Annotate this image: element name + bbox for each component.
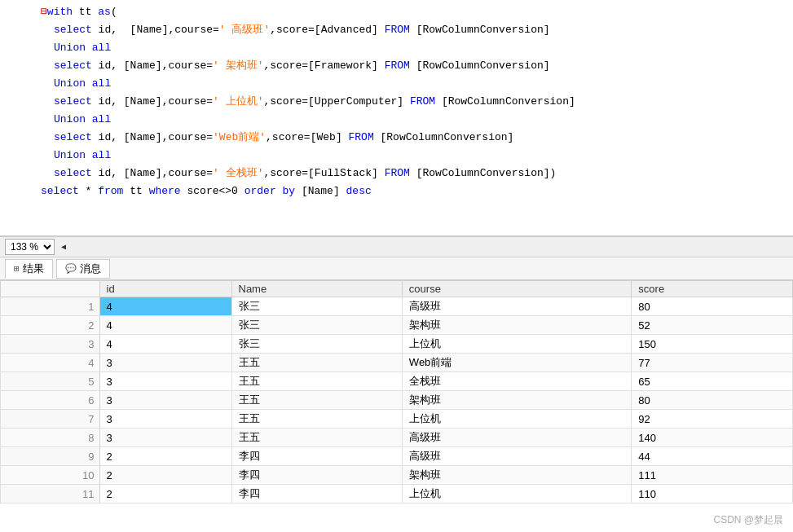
code-line-7: Union all xyxy=(0,111,793,129)
cell-name: 李四 xyxy=(231,466,402,485)
results-table: id Name course score 14张三高级班8024张三架构班523… xyxy=(0,280,793,503)
cell-rownum: 6 xyxy=(1,391,100,410)
results-area: id Name course score 14张三高级班8024张三架构班523… xyxy=(0,280,793,532)
cell-name: 张三 xyxy=(231,316,402,335)
tab-messages-label: 消息 xyxy=(80,262,101,276)
table-body: 14张三高级班8024张三架构班5234张三上位机15043王五Web前端775… xyxy=(1,297,793,503)
cell-name: 王五 xyxy=(231,410,402,429)
col-header-name: Name xyxy=(231,281,402,297)
table-row: 34张三上位机150 xyxy=(1,335,793,354)
col-header-rownum xyxy=(1,281,100,297)
cell-course: 高级班 xyxy=(402,447,631,466)
cell-course: 架构班 xyxy=(402,466,631,485)
cell-name: 张三 xyxy=(231,297,402,316)
line-content-8: select id, [Name],course='Web前端',score=[… xyxy=(33,129,793,147)
cell-score: 44 xyxy=(632,447,793,466)
line-content-6: select id, [Name],course=' 上位机',score=[U… xyxy=(33,93,793,111)
line-content-9: Union all xyxy=(33,147,793,165)
code-line-3: Union all xyxy=(0,39,793,57)
plain-tt: tt xyxy=(73,6,98,18)
cell-id: 3 xyxy=(99,429,231,447)
cell-name: 李四 xyxy=(231,485,402,503)
cell-rownum: 9 xyxy=(1,447,100,466)
table-row: 112李四上位机110 xyxy=(1,485,793,503)
bottom-section: ⊞ 结果 💬 消息 id Name course score xyxy=(0,257,793,532)
cell-id: 3 xyxy=(99,372,231,391)
cell-id: 4 xyxy=(99,297,231,316)
code-line-6: select id, [Name],course=' 上位机',score=[U… xyxy=(0,93,793,111)
cell-name: 王五 xyxy=(231,429,402,447)
indent-2 xyxy=(41,24,54,36)
table-row: 14张三高级班80 xyxy=(1,297,793,316)
cell-rownum: 11 xyxy=(1,485,100,503)
cell-rownum: 7 xyxy=(1,410,100,429)
cell-id: 3 xyxy=(99,391,231,410)
table-header-row: id Name course score xyxy=(1,281,793,297)
cell-score: 77 xyxy=(632,354,793,372)
cell-course: 上位机 xyxy=(402,485,631,503)
cell-id: 3 xyxy=(99,354,231,372)
col-header-score: score xyxy=(632,281,793,297)
cell-name: 王五 xyxy=(231,372,402,391)
cell-id: 2 xyxy=(99,466,231,485)
cell-rownum: 4 xyxy=(1,354,100,372)
code-line-9: Union all xyxy=(0,147,793,165)
cell-score: 80 xyxy=(632,297,793,316)
table-row: 43王五Web前端77 xyxy=(1,354,793,372)
code-line-1: ⊟with tt as( xyxy=(0,3,793,21)
cell-id: 4 xyxy=(99,316,231,335)
table-row: 63王五架构班80 xyxy=(1,391,793,410)
line-content-3: Union all xyxy=(33,39,793,57)
tab-messages[interactable]: 💬 消息 xyxy=(56,259,110,279)
kw-union-3: Union all xyxy=(54,42,111,54)
line-content-11: select * from tt where score<>0 order by… xyxy=(33,182,793,200)
tab-results-label: 结果 xyxy=(23,262,44,276)
cell-name: 王五 xyxy=(231,354,402,372)
cell-rownum: 3 xyxy=(1,335,100,354)
code-line-5: Union all xyxy=(0,75,793,93)
main-layout: ⊟with tt as( select id, [Name],course=' … xyxy=(0,0,793,532)
scroll-left-arrow[interactable]: ◀ xyxy=(61,242,66,252)
paren-open: ( xyxy=(111,6,117,18)
table-row: 53王五全栈班65 xyxy=(1,372,793,391)
cell-rownum: 5 xyxy=(1,372,100,391)
cell-course: 高级班 xyxy=(402,297,631,316)
cell-rownum: 1 xyxy=(1,297,100,316)
cell-name: 王五 xyxy=(231,391,402,410)
code-line-8: select id, [Name],course='Web前端',score=[… xyxy=(0,129,793,147)
cell-score: 140 xyxy=(632,429,793,447)
cell-id: 3 xyxy=(99,410,231,429)
cell-course: 上位机 xyxy=(402,410,631,429)
status-bar: 75 % 100 % 125 % 133 % 150 % 175 % 200 %… xyxy=(0,236,793,257)
cell-score: 92 xyxy=(632,410,793,429)
code-line-10: select id, [Name],course=' 全栈班',score=[F… xyxy=(0,165,793,182)
grid-icon: ⊞ xyxy=(14,263,20,274)
line-content-4: select id, [Name],course=' 架构班',score=[F… xyxy=(33,57,793,75)
cell-name: 李四 xyxy=(231,447,402,466)
cn-1: ' 高级班' xyxy=(219,24,270,36)
cell-score: 52 xyxy=(632,316,793,335)
code-editor: ⊟with tt as( select id, [Name],course=' … xyxy=(0,0,793,236)
cell-course: 高级班 xyxy=(402,429,631,447)
cell-score: 111 xyxy=(632,466,793,485)
kw-from-2: FROM xyxy=(385,24,410,36)
table-row: 83王五高级班140 xyxy=(1,429,793,447)
cell-course: 架构班 xyxy=(402,391,631,410)
code-line-4: select id, [Name],course=' 架构班',score=[F… xyxy=(0,57,793,75)
line-content-1: ⊟with tt as( xyxy=(33,3,793,21)
line-content-2: select id, [Name],course=' 高级班',score=[A… xyxy=(33,21,793,39)
cell-course: 上位机 xyxy=(402,335,631,354)
cell-course: 架构班 xyxy=(402,316,631,335)
cell-name: 张三 xyxy=(231,335,402,354)
cell-rownum: 10 xyxy=(1,466,100,485)
line-content-5: Union all xyxy=(33,75,793,93)
cell-score: 110 xyxy=(632,485,793,503)
table-row: 102李四架构班111 xyxy=(1,466,793,485)
cell-course: 全栈班 xyxy=(402,372,631,391)
zoom-select[interactable]: 75 % 100 % 125 % 133 % 150 % 175 % 200 % xyxy=(5,239,55,255)
tab-results[interactable]: ⊞ 结果 xyxy=(5,259,53,279)
cell-score: 150 xyxy=(632,335,793,354)
line-content-10: select id, [Name],course=' 全栈班',score=[F… xyxy=(33,165,793,182)
line-content-7: Union all xyxy=(33,111,793,129)
kw-as: as xyxy=(98,6,111,18)
